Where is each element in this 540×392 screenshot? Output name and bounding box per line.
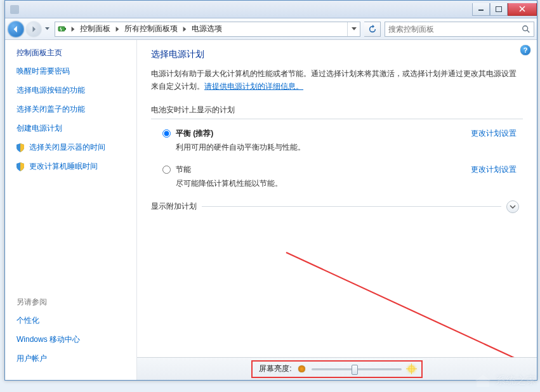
sidebar-link-power-button[interactable]: 选择电源按钮的功能 (16, 85, 136, 96)
brightness-control: 屏幕亮度: (251, 360, 422, 378)
plan-radio-balanced[interactable] (162, 129, 171, 138)
page-description: 电源计划有助于最大化计算机的性能或者节能。通过选择计划来将其激活，或选择计划并通… (151, 67, 523, 93)
main-panel: ? 选择电源计划 电源计划有助于最大化计算机的性能或者节能。通过选择计划来将其激… (137, 40, 537, 380)
watermark: 系统之家 (474, 373, 536, 388)
nav-forward-button[interactable] (25, 21, 42, 37)
maximize-button[interactable] (490, 3, 508, 16)
refresh-button[interactable] (364, 22, 381, 37)
see-also-user-accounts[interactable]: 用户帐户 (16, 353, 80, 364)
search-icon (522, 25, 530, 34)
nav-back-button[interactable] (8, 21, 24, 37)
plan-radio-saver[interactable] (162, 166, 171, 174)
section-label-additional-plans: 显示附加计划 (151, 201, 197, 212)
shield-icon (15, 162, 25, 172)
close-button[interactable] (508, 3, 537, 16)
brightness-low-icon (298, 365, 305, 372)
breadcrumb-item[interactable]: 所有控制面板项 (121, 22, 181, 36)
titlebar (5, 1, 537, 18)
search-box[interactable] (385, 22, 534, 37)
see-also-title: 另请参阅 (16, 297, 80, 308)
plan-power-saver: 节能 尽可能降低计算机性能以节能。 更改计划设置 (162, 164, 517, 189)
svg-point-2 (523, 25, 528, 30)
svg-rect-1 (65, 28, 66, 30)
see-also-mobility-center[interactable]: Windows 移动中心 (16, 334, 80, 345)
learn-more-link[interactable]: 请提供电源计划的详细信息。 (204, 82, 303, 91)
sidebar-link-wake-password[interactable]: 唤醒时需要密码 (16, 66, 136, 77)
chevron-right-icon[interactable] (69, 27, 77, 32)
plan-balanced: 平衡 (推荐) 利用可用的硬件自动平衡功耗与性能。 更改计划设置 (162, 128, 517, 153)
chevron-right-icon[interactable] (114, 27, 121, 32)
address-bar[interactable]: 控制面板 所有控制面板项 电源选项 (55, 22, 360, 37)
power-icon (55, 24, 69, 34)
svg-line-3 (286, 252, 529, 365)
change-plan-link[interactable]: 更改计划设置 (471, 164, 517, 175)
breadcrumb: 控制面板 所有控制面板项 电源选项 (69, 22, 225, 36)
nav-history-dropdown[interactable] (43, 21, 51, 37)
sidebar-link-sleep-time[interactable]: 更改计算机睡眠时间 (15, 161, 136, 172)
sidebar-title: 控制面板主页 (16, 48, 136, 58)
navbar: 控制面板 所有控制面板项 电源选项 (5, 18, 537, 40)
divider (151, 119, 523, 119)
sidebar-link-close-lid[interactable]: 选择关闭盖子的功能 (16, 104, 136, 115)
help-icon[interactable]: ? (520, 45, 530, 55)
brightness-label: 屏幕亮度: (259, 363, 291, 374)
plan-desc: 尽可能降低计算机性能以节能。 (176, 178, 471, 189)
plan-desc: 利用可用的硬件自动平衡功耗与性能。 (176, 142, 471, 153)
chevron-right-icon[interactable] (181, 27, 188, 32)
minimize-button[interactable] (472, 3, 490, 16)
slider-thumb[interactable] (352, 365, 358, 375)
change-plan-link[interactable]: 更改计划设置 (471, 128, 517, 139)
see-also-personalization[interactable]: 个性化 (16, 315, 80, 326)
shield-icon (15, 143, 25, 153)
page-title: 选择电源计划 (151, 49, 523, 60)
address-dropdown-icon[interactable] (347, 22, 360, 36)
sidebar-link-display-off[interactable]: 选择关闭显示器的时间 (15, 142, 136, 153)
sidebar: 控制面板主页 唤醒时需要密码 选择电源按钮的功能 选择关闭盖子的功能 创建电源计… (5, 40, 137, 380)
section-label-shown-plans: 电池安时计上显示的计划 (151, 105, 523, 115)
brightness-high-icon (408, 365, 415, 372)
see-also: 另请参阅 个性化 Windows 移动中心 用户帐户 (16, 297, 80, 372)
divider (202, 206, 501, 207)
breadcrumb-item[interactable]: 电源选项 (188, 22, 225, 36)
sidebar-link-create-plan[interactable]: 创建电源计划 (16, 123, 136, 134)
expand-button[interactable] (506, 200, 519, 213)
breadcrumb-item[interactable]: 控制面板 (77, 22, 114, 36)
search-input[interactable] (388, 25, 522, 34)
brightness-slider[interactable] (312, 363, 402, 375)
